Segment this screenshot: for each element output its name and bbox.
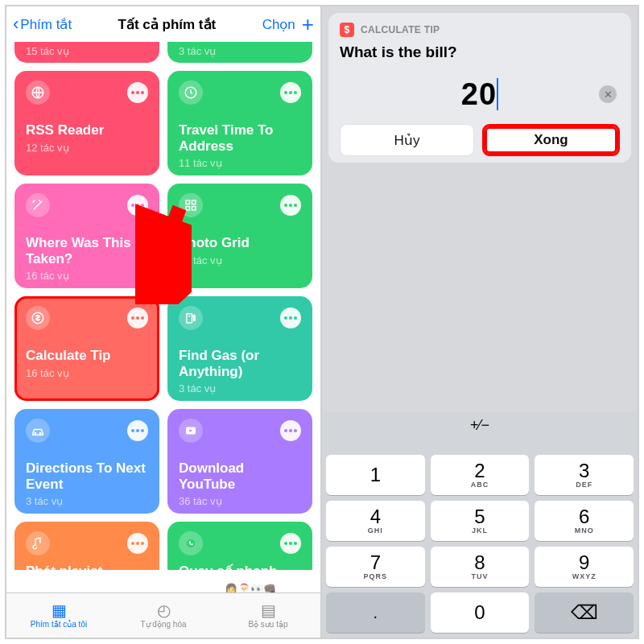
tile-subtitle: 16 tác vụ: [26, 367, 148, 379]
key-letters: JKL: [472, 526, 488, 535]
more-icon[interactable]: [280, 420, 301, 441]
tab-clock[interactable]: ◴ Tự động hóa: [111, 593, 216, 638]
tab-stack[interactable]: ▤ Bộ sưu tập: [216, 593, 320, 638]
shortcut-tile[interactable]: Photo Grid41 tác vụ: [167, 184, 312, 288]
tab-label: Tự động hóa: [140, 620, 186, 629]
phone-icon: [179, 531, 203, 555]
key-number: .: [374, 605, 378, 621]
more-icon[interactable]: [280, 308, 301, 328]
tile-title: Find Gas (or Anything): [179, 348, 301, 379]
shortcut-tile[interactable]: Where Was This Taken?16 tác vụ: [14, 184, 159, 288]
key-letters: GHI: [368, 526, 383, 535]
tab-grid[interactable]: ▦ Phím tắt của tôi: [6, 593, 111, 638]
tile-subtitle: 36 tác vụ: [179, 495, 301, 507]
shortcut-tile[interactable]: RSS Reader12 tác vụ: [14, 71, 159, 175]
key-8[interactable]: 8TUV: [431, 547, 530, 587]
more-icon[interactable]: [127, 308, 148, 328]
key-number: 9: [579, 553, 589, 572]
prompt-sheet: $ CALCULATE TIP What is the bill? 20 ✕ H…: [328, 13, 631, 163]
car-icon: [26, 419, 50, 443]
tile-subtitle: 3 tác vụ: [179, 45, 301, 57]
key-letters: PQRS: [364, 572, 388, 580]
shortcut-tile[interactable]: Download YouTube36 tác vụ: [167, 409, 312, 514]
backspace-key[interactable]: ⌫: [535, 592, 634, 633]
shortcut-tile[interactable]: 3 tác vụ: [167, 42, 312, 63]
tab-label: Bộ sưu tập: [248, 620, 287, 629]
text-caret: [497, 78, 498, 110]
clock-icon: [179, 80, 203, 105]
key-letters: TUV: [472, 572, 489, 580]
shortcut-tile[interactable]: Quay số nhanhGọi Mom 👩🎅👀👊🏿: [167, 522, 312, 570]
svg-rect-3: [192, 200, 196, 204]
svg-rect-5: [192, 207, 196, 211]
tile-title: Where Was This Taken?: [26, 235, 148, 266]
key-4[interactable]: 4GHI: [326, 501, 425, 541]
back-button[interactable]: ‹ Phím tắt: [13, 16, 72, 33]
shortcut-tile[interactable]: Calculate Tip16 tác vụ: [14, 296, 159, 401]
key-number: ⌫: [571, 603, 598, 622]
tile-title: Calculate Tip: [26, 348, 148, 364]
tile-title: Directions To Next Event: [26, 460, 148, 492]
done-button[interactable]: Xong: [482, 124, 620, 156]
key-number: 0: [474, 603, 485, 622]
clear-icon[interactable]: ✕: [599, 85, 617, 103]
tile-subtitle: 3 tác vụ: [179, 382, 301, 394]
play-icon: [179, 419, 203, 443]
more-icon[interactable]: [127, 533, 148, 554]
shortcut-tile[interactable]: Travel Time To Address11 tác vụ: [167, 71, 312, 175]
key-number: 5: [474, 507, 485, 526]
tile-subtitle: 41 tác vụ: [179, 254, 301, 266]
key-6[interactable]: 6MNO: [535, 501, 634, 541]
key-number: 2: [474, 461, 485, 481]
key-letters: ABC: [471, 481, 489, 489]
tile-subtitle: Gọi Mom 👩🎅👀👊🏿: [179, 583, 301, 592]
key-5[interactable]: 5JKL: [431, 501, 530, 541]
decimal-key[interactable]: .: [326, 592, 425, 633]
svg-point-9: [39, 432, 41, 434]
more-icon[interactable]: [280, 533, 301, 554]
tile-subtitle: 11 tác vụ: [179, 157, 301, 169]
key-2[interactable]: 2ABC: [431, 455, 530, 495]
key-letters: DEF: [576, 481, 592, 489]
svg-point-8: [35, 432, 36, 434]
svg-rect-11: [187, 539, 196, 548]
key-9[interactable]: 9WXYZ: [535, 547, 634, 587]
svg-rect-2: [186, 200, 190, 204]
clock-icon: ◴: [157, 602, 171, 618]
numeric-keyboard: +⁄− 12ABC3DEF4GHI5JKL6MNO7PQRS8TUV9WXYZ.…: [322, 412, 638, 638]
more-icon[interactable]: [280, 82, 301, 103]
more-icon[interactable]: [127, 195, 148, 216]
key-1[interactable]: 1: [326, 455, 425, 495]
tile-title: Quay số nhanh: [179, 564, 301, 580]
tile-title: Photo Grid: [179, 235, 301, 251]
shortcut-tile[interactable]: Directions To Next Event3 tác vụ: [14, 409, 159, 514]
shortcut-tile[interactable]: Find Gas (or Anything)3 tác vụ: [167, 296, 312, 401]
dollar-icon: [26, 306, 50, 330]
tile-title: Travel Time To Address: [179, 122, 301, 154]
grid-icon: [179, 193, 203, 217]
select-button[interactable]: Chọn: [262, 16, 295, 33]
shortcut-tile[interactable]: Phát playist3 tác vụ: [14, 522, 159, 570]
more-icon[interactable]: [127, 82, 148, 103]
note-icon: [26, 531, 50, 555]
tile-subtitle: 12 tác vụ: [26, 142, 148, 154]
key-letters: WXYZ: [572, 572, 597, 580]
bill-input[interactable]: 20 ✕: [340, 72, 620, 116]
svg-rect-7: [187, 314, 192, 323]
key-0[interactable]: 0: [431, 592, 530, 633]
more-icon[interactable]: [280, 195, 301, 216]
bill-value: 20: [461, 77, 497, 112]
key-number: 7: [370, 553, 381, 572]
key-number: 3: [579, 461, 589, 481]
wand-icon: [26, 193, 50, 217]
globe-icon: [26, 80, 50, 105]
shortcut-tile[interactable]: 15 tác vụ: [14, 42, 159, 63]
tile-subtitle: 3 tác vụ: [26, 583, 148, 592]
more-icon[interactable]: [127, 420, 148, 441]
key-number: 4: [370, 507, 381, 526]
plus-minus-key[interactable]: +⁄−: [428, 417, 530, 449]
key-3[interactable]: 3DEF: [535, 455, 634, 495]
key-7[interactable]: 7PQRS: [326, 547, 425, 587]
cancel-button[interactable]: Hủy: [340, 124, 474, 156]
key-number: 6: [579, 507, 589, 526]
